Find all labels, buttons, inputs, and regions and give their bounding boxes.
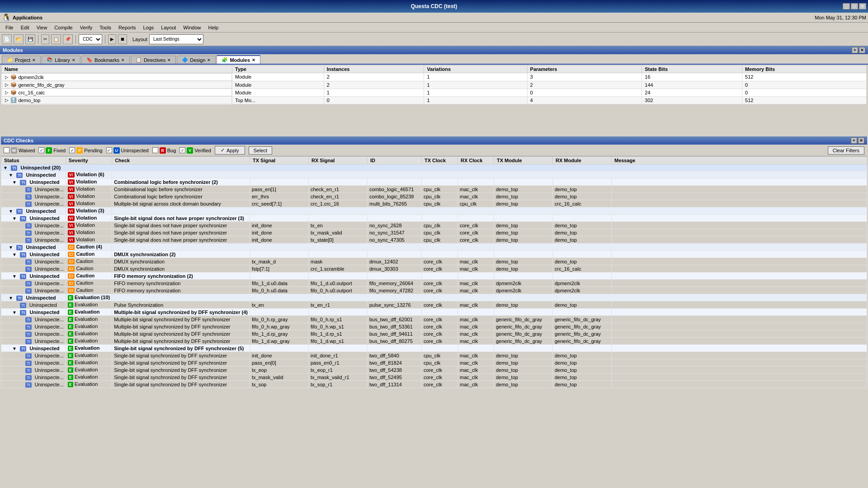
filter-fixed[interactable]: ✓ F Fixed: [38, 147, 66, 154]
tab-project[interactable]: 📁 Project ✕: [2, 56, 41, 64]
modules-row[interactable]: ▷ 📦 generic_fifo_dc_gray Module 2 1 2 14…: [2, 81, 867, 89]
sg-expand-icon[interactable]: ▼: [9, 173, 13, 178]
sg-expand-icon[interactable]: ▼: [9, 209, 13, 214]
save-button[interactable]: 💾: [25, 34, 35, 44]
menu-edit[interactable]: Edit: [17, 24, 33, 31]
layout-selector[interactable]: Last Settings: [149, 34, 203, 44]
cdc-item-row[interactable]: ?! Uninspecte... E Evaluation Multiple-b…: [1, 330, 867, 338]
cdc-item-row[interactable]: ?! Uninspecte... C! Caution DMUX synchro…: [1, 265, 867, 272]
cdc-subgroup-row[interactable]: ▼ ?! Uninspected E Evaluation (10): [1, 294, 867, 301]
menu-layout[interactable]: Layout: [157, 24, 179, 31]
menu-file[interactable]: File: [2, 24, 17, 31]
cdc-item-row[interactable]: ▼ ?! Uninspected E Evaluation Multiple-b…: [1, 309, 867, 316]
cdc-item-row[interactable]: ?! Uninspecte... C! Caution FIFO memory …: [1, 280, 867, 287]
uninspected-checkbox[interactable]: ✓: [106, 147, 112, 153]
menu-help[interactable]: Help: [204, 24, 222, 31]
menu-view[interactable]: View: [33, 24, 51, 31]
apply-button[interactable]: ✓ Apply: [215, 146, 245, 155]
menu-window[interactable]: Window: [179, 24, 204, 31]
cdc-item-row[interactable]: ?! Uninspecte... E Evaluation Single-bit…: [1, 381, 867, 388]
cdc-item-row[interactable]: ?! Uninspecte... E Evaluation Multiple-b…: [1, 338, 867, 345]
item-expand-icon[interactable]: ▼: [12, 274, 17, 279]
cdc-item-row[interactable]: ?! Uninspecte... V! Violation Single-bit…: [1, 222, 867, 229]
cdc-item-row[interactable]: ?! Uninspecte... E Evaluation Single-bit…: [1, 366, 867, 374]
item-expand-icon[interactable]: ▼: [12, 346, 17, 351]
open-button[interactable]: 📂: [14, 34, 24, 44]
new-button[interactable]: 📄: [2, 34, 12, 44]
modules-row[interactable]: ▷ 📦 crc_16_calc Module 1 1 0 24 0: [2, 89, 867, 96]
clear-filters-button[interactable]: Clear Filters: [828, 146, 864, 155]
cdc-item-row[interactable]: ▼ ?! Uninspected V! Violation Combinatio…: [1, 178, 867, 186]
cdc-item-row[interactable]: ?! Uninspecte... V! Violation Multiple-b…: [1, 200, 867, 207]
cdc-item-row[interactable]: ?! Uninspecte... V! Violation Combinatio…: [1, 193, 867, 200]
cdc-group-row[interactable]: ▼ ?! Uninspected (20): [1, 164, 867, 171]
cdc-item-row[interactable]: ?! Uninspecte... V! Violation Single-bit…: [1, 236, 867, 244]
cdc-item-row[interactable]: ?! Uninspecte... E Evaluation Single-bit…: [1, 352, 867, 359]
cdc-item-row[interactable]: ?! Uninspecte... C! Caution DMUX synchro…: [1, 258, 867, 265]
paste-button[interactable]: 📌: [63, 34, 73, 44]
cdc-close-btn[interactable]: ✕: [858, 137, 864, 144]
filter-waived[interactable]: W Waived: [4, 147, 35, 154]
item-expand-icon[interactable]: ▼: [12, 180, 17, 185]
tab-modules[interactable]: 🧩 Modules ✕: [217, 55, 260, 64]
cdc-item-row[interactable]: ▼ ?! Uninspected C! Caution DMUX synchro…: [1, 251, 867, 258]
minimize-button[interactable]: _: [843, 3, 850, 9]
verified-checkbox[interactable]: ✓: [179, 147, 185, 153]
tab-bookmarks[interactable]: 🔖 Bookmarks ✕: [81, 56, 130, 64]
tab-directives-close[interactable]: ✕: [167, 58, 171, 62]
run-button[interactable]: ▶: [108, 34, 116, 44]
cdc-item-row[interactable]: ?! Uninspecte... V! Violation Single-bit…: [1, 229, 867, 236]
cdc-add-btn[interactable]: +: [851, 137, 857, 144]
tab-bookmarks-close[interactable]: ✕: [121, 58, 125, 62]
modules-add-btn[interactable]: +: [852, 47, 858, 53]
module-expand-icon[interactable]: ▷: [5, 90, 9, 95]
sg-expand-icon[interactable]: ▼: [9, 296, 13, 300]
filter-pending[interactable]: ✓ P Pending: [69, 147, 102, 154]
cdc-item-row[interactable]: ?! Uninspecte... V! Violation Combinatio…: [1, 186, 867, 193]
cdc-item-row[interactable]: ▼ ?! Uninspected V! Violation Single-bit…: [1, 215, 867, 222]
modules-row[interactable]: ▷ 📦 dpmem2clk Module 2 1 3 16 512: [2, 73, 867, 81]
tab-directives[interactable]: 📋 Directives ✕: [131, 56, 176, 64]
filter-uninspected[interactable]: ✓ U Uninspected: [106, 147, 149, 154]
close-button[interactable]: ✕: [859, 3, 866, 9]
tab-library-close[interactable]: ✕: [72, 58, 75, 62]
menu-tools[interactable]: Tools: [96, 24, 115, 31]
cdc-item-row[interactable]: ?! Uninspected E Evaluation Pulse Synchr…: [1, 301, 867, 309]
stop-button[interactable]: ⏹: [118, 34, 127, 44]
tab-design-close[interactable]: ✕: [207, 58, 211, 62]
cdc-item-row[interactable]: ?! Uninspecte... C! Caution FIFO memory …: [1, 287, 867, 294]
filter-verified[interactable]: ✓ V Verified: [179, 147, 211, 154]
module-expand-icon[interactable]: ▷: [5, 75, 9, 80]
modules-close-btn[interactable]: ✕: [859, 47, 865, 53]
cdc-subgroup-row[interactable]: ▼ ?! Uninspected V! Violation (6): [1, 171, 867, 178]
fixed-checkbox[interactable]: ✓: [38, 147, 44, 153]
tab-library[interactable]: 📚 Library ✕: [42, 56, 80, 64]
group-expand-icon[interactable]: ▼: [3, 165, 8, 170]
waived-checkbox[interactable]: [4, 147, 9, 153]
select-button[interactable]: Select: [249, 146, 273, 155]
pending-checkbox[interactable]: ✓: [69, 147, 75, 153]
menu-compile[interactable]: Compile: [51, 24, 76, 31]
menu-verify[interactable]: Verify: [76, 24, 96, 31]
cdc-item-row[interactable]: ?! Uninspecte... E Evaluation Multiple-b…: [1, 323, 867, 330]
cdc-item-row[interactable]: ?! Uninspecte... E Evaluation Multiple-b…: [1, 316, 867, 323]
copy-button[interactable]: 📋: [51, 34, 61, 44]
bug-checkbox[interactable]: [152, 147, 158, 153]
item-expand-icon[interactable]: ▼: [12, 310, 17, 315]
maximize-button[interactable]: □: [851, 3, 858, 9]
cut-button[interactable]: ✂: [41, 34, 49, 44]
cdc-subgroup-row[interactable]: ▼ ?! Uninspected V! Violation (3): [1, 207, 867, 215]
modules-row[interactable]: ▷ 🔝 demo_top Top Mo... 0 1 4 302 512: [2, 96, 867, 104]
cdc-subgroup-row[interactable]: ▼ ?! Uninspected C! Caution (4): [1, 244, 867, 251]
tab-modules-close[interactable]: ✕: [252, 58, 255, 62]
cdc-item-row[interactable]: ▼ ?! Uninspected E Evaluation Single-bit…: [1, 345, 867, 352]
module-expand-icon[interactable]: ▷: [5, 82, 9, 87]
module-expand-icon[interactable]: ▷: [5, 98, 9, 103]
item-expand-icon[interactable]: ▼: [12, 216, 17, 221]
menu-reports[interactable]: Reports: [115, 24, 140, 31]
sg-expand-icon[interactable]: ▼: [9, 245, 13, 250]
menu-logs[interactable]: Logs: [139, 24, 157, 31]
filter-bug[interactable]: B Bug: [152, 147, 176, 154]
cdc-item-row[interactable]: ?! Uninspecte... E Evaluation Single-bit…: [1, 374, 867, 381]
tab-design[interactable]: 🔷 Design ✕: [177, 56, 216, 64]
